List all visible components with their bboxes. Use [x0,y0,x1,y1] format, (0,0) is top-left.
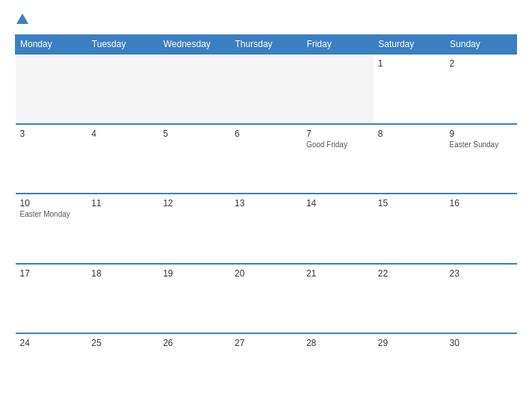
calendar-cell: 20 [230,264,302,334]
weekday-header-sunday: Sunday [445,35,517,55]
weekday-header-thursday: Thursday [230,35,302,55]
day-number: 5 [163,129,226,139]
calendar-cell [87,54,158,124]
day-event: Easter Sunday [450,140,513,149]
day-number: 6 [235,129,297,139]
day-number: 23 [450,268,513,279]
day-number: 25 [91,338,154,348]
calendar-cell: 9Easter Sunday [445,124,517,194]
calendar-cell: 16 [445,194,517,264]
calendar-cell: 26 [158,333,230,404]
day-event: Easter Monday [20,210,83,218]
calendar-cell: 18 [87,264,158,334]
calendar-cell [16,54,87,124]
calendar-cell: 8 [374,124,445,194]
calendar-cell: 15 [374,194,445,264]
calendar-cell: 17 [16,264,87,334]
weekday-header-monday: Monday [16,35,87,55]
day-number: 12 [163,198,226,208]
day-number: 1 [378,58,441,69]
calendar-cell [230,54,302,124]
day-number: 15 [378,198,441,208]
day-number: 10 [20,198,83,208]
calendar-week-2: 34567Good Friday89Easter Sunday [16,124,517,194]
calendar-cell: 14 [302,194,374,264]
day-number: 27 [235,338,297,348]
calendar-cell: 3 [16,124,87,194]
weekday-header-wednesday: Wednesday [158,35,230,55]
calendar-cell: 23 [445,264,517,334]
calendar-week-1: 12 [16,54,517,124]
calendar-cell: 5 [158,124,230,194]
calendar-cell: 30 [445,333,517,404]
calendar-cell [158,54,230,124]
day-number: 16 [450,198,513,208]
calendar-table: MondayTuesdayWednesdayThursdayFridaySatu… [15,34,517,404]
day-number: 20 [235,268,297,279]
day-number: 11 [91,198,154,208]
logo-triangle-icon [16,13,28,24]
calendar-cell: 12 [158,194,230,264]
day-number: 24 [20,338,83,348]
calendar-header-row: MondayTuesdayWednesdayThursdayFridaySatu… [16,35,517,55]
day-number: 14 [306,198,369,208]
calendar-week-3: 10Easter Monday111213141516 [16,194,517,264]
calendar-cell: 27 [230,333,302,404]
calendar-cell [302,54,374,124]
calendar-cell: 4 [87,124,158,194]
day-number: 22 [378,268,441,279]
day-event: Good Friday [306,140,369,149]
calendar-week-4: 17181920212223 [16,264,517,334]
day-number: 21 [306,268,369,279]
day-number: 28 [306,338,369,348]
day-number: 19 [163,268,226,279]
calendar-header [15,13,517,24]
weekday-header-saturday: Saturday [374,35,445,55]
weekday-header-friday: Friday [302,35,374,55]
calendar-cell: 1 [374,54,445,124]
day-number: 3 [20,129,83,139]
calendar-cell: 29 [374,333,445,404]
calendar-cell: 22 [374,264,445,334]
day-number: 7 [306,129,369,139]
day-number: 26 [163,338,226,348]
calendar-cell: 28 [302,333,374,404]
calendar-cell: 11 [87,194,158,264]
calendar-cell: 24 [16,333,87,404]
calendar-cell: 13 [230,194,302,264]
day-number: 13 [235,198,297,208]
calendar-cell: 21 [302,264,374,334]
day-number: 18 [91,268,154,279]
day-number: 30 [450,338,513,348]
calendar-cell: 25 [87,333,158,404]
day-number: 29 [378,338,441,348]
calendar-week-5: 24252627282930 [16,333,517,404]
day-number: 4 [91,129,154,139]
day-number: 17 [20,268,83,279]
calendar-cell: 19 [158,264,230,334]
calendar-page: MondayTuesdayWednesdayThursdayFridaySatu… [0,0,532,411]
weekday-header-tuesday: Tuesday [87,35,158,55]
calendar-cell: 10Easter Monday [16,194,87,264]
logo [15,13,28,24]
calendar-cell: 7Good Friday [302,124,374,194]
calendar-cell: 6 [230,124,302,194]
day-number: 9 [450,129,513,139]
day-number: 2 [450,58,513,69]
calendar-cell: 2 [445,54,517,124]
day-number: 8 [378,129,441,139]
